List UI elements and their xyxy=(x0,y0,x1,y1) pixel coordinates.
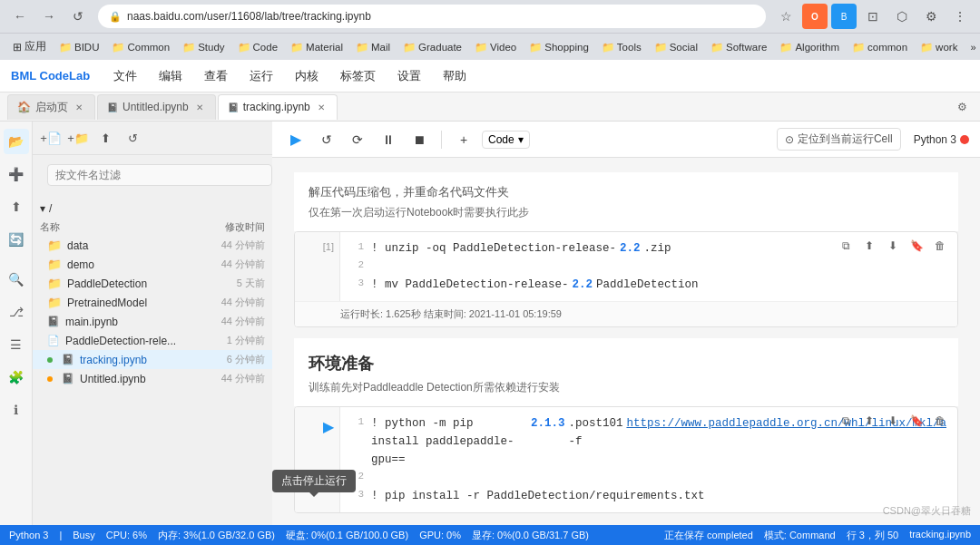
file-icon: 📓 xyxy=(62,373,74,384)
sidebar-icon-ext[interactable]: 🧩 xyxy=(4,365,29,390)
bookmark-btn-2[interactable]: 🔖 xyxy=(906,411,926,431)
sidebar-icon-refresh[interactable]: 🔄 xyxy=(4,227,29,252)
copy-btn[interactable]: ⧉ xyxy=(836,236,856,256)
menu-button[interactable]: ⋮ xyxy=(947,4,973,29)
bookmark-video[interactable]: 📁 Video xyxy=(469,39,522,55)
bookmark-code[interactable]: 📁 Code xyxy=(232,39,284,55)
upload-btn[interactable]: ⬆ xyxy=(94,127,116,149)
tree-item-untitled[interactable]: 📓 Untitled.ipynb 44 分钟前 xyxy=(33,369,272,388)
bookmark-label: Common xyxy=(127,42,170,53)
bookmark-software[interactable]: 📁 Software xyxy=(705,39,772,55)
delete-btn-2[interactable]: 🗑 xyxy=(930,411,950,431)
add-above-btn[interactable]: ⬆ xyxy=(859,236,879,256)
extension-btn-1[interactable]: O xyxy=(802,4,828,29)
search-input[interactable] xyxy=(47,164,272,186)
bookmark-material[interactable]: 📁 Material xyxy=(285,39,348,55)
tab-untitled[interactable]: 📓 Untitled.ipynb ✕ xyxy=(97,94,216,120)
menu-settings[interactable]: 设置 xyxy=(388,64,430,88)
add-cell-button[interactable]: + xyxy=(451,127,476,152)
tab-label: tracking.ipynb xyxy=(243,101,310,113)
extension-btn-5[interactable]: ⚙ xyxy=(918,4,944,29)
bookmark-label: Material xyxy=(306,42,343,53)
menu-edit[interactable]: 编辑 xyxy=(150,64,191,88)
watermark: CSDN@翠火日吞糖 xyxy=(883,504,971,518)
restart-button[interactable]: ↺ xyxy=(314,127,339,152)
nav-forward-button[interactable]: → xyxy=(36,4,62,29)
status-memory: 内存: 3%(1.0 GB/32.0 GB) xyxy=(158,529,275,542)
sidebar-icon-table[interactable]: ☰ xyxy=(4,332,29,357)
bookmark-social[interactable]: 📁 Social xyxy=(649,39,703,55)
pause-button[interactable]: ⏸ xyxy=(376,127,401,152)
item-time: 6 分钟前 xyxy=(227,353,265,366)
bookmark-more[interactable]: » xyxy=(965,40,980,54)
nav-refresh-button[interactable]: ↺ xyxy=(65,4,91,29)
address-bar[interactable]: 🔒 naas.baidu.com/user/11608/lab/tree/tra… xyxy=(98,5,766,28)
menu-kernel[interactable]: 内核 xyxy=(286,64,328,88)
col-headers: 名称 修改时间 xyxy=(33,219,272,236)
menu-bar: BML CodeLab 文件 编辑 查看 运行 内核 标签页 设置 帮助 xyxy=(0,60,980,92)
delete-btn[interactable]: 🗑 xyxy=(930,236,950,256)
close-icon[interactable]: ✕ xyxy=(315,101,328,113)
star-button[interactable]: ☆ xyxy=(773,4,799,29)
run-cell-btn[interactable]: ▶ xyxy=(300,414,334,435)
copy-btn-2[interactable]: ⧉ xyxy=(836,411,856,431)
menu-tabs[interactable]: 标签页 xyxy=(331,64,385,88)
tree-item-tracking[interactable]: 📓 tracking.ipynb 6 分钟前 xyxy=(33,350,272,369)
menu-file[interactable]: 文件 xyxy=(104,64,146,88)
locate-cell-button[interactable]: ⊙ 定位到当前运行Cell xyxy=(777,128,901,151)
cell-type-select[interactable]: Code ▾ xyxy=(482,131,530,149)
nav-back-button[interactable]: ← xyxy=(7,4,33,29)
bookmark-apps[interactable]: ⊞ 应用 xyxy=(7,38,52,55)
extension-btn-4[interactable]: ⬡ xyxy=(889,4,915,29)
bookmark-tools[interactable]: 📁 Tools xyxy=(596,39,647,55)
new-folder-btn[interactable]: +📁 xyxy=(67,127,89,149)
close-icon[interactable]: ✕ xyxy=(73,101,85,113)
extension-btn-2[interactable]: B xyxy=(831,4,857,29)
url-text: naas.baidu.com/user/11608/lab/tree/track… xyxy=(127,10,371,23)
tree-item-pretrained[interactable]: 📁 PretrainedModel 44 分钟前 xyxy=(33,293,272,312)
bookmark-mail[interactable]: 📁 Mail xyxy=(350,39,396,55)
sidebar-icon-new[interactable]: ➕ xyxy=(4,161,29,187)
bookmark-work[interactable]: 📁 work xyxy=(915,39,963,55)
bookmark-common[interactable]: 📁 Common xyxy=(106,39,175,55)
refresh-btn[interactable]: ↺ xyxy=(122,127,143,149)
code-cell-2[interactable]: ▶ 1 ! python -m pip install paddlepaddle… xyxy=(294,406,958,513)
stop-button[interactable]: ⏹ xyxy=(407,127,432,152)
tree-item-data[interactable]: 📁 data 44 分钟前 xyxy=(33,236,272,255)
bookmark-algorithm[interactable]: 📁 Algorithm xyxy=(774,39,845,55)
tree-item-demo[interactable]: 📁 demo 44 分钟前 xyxy=(33,255,272,274)
new-file-btn[interactable]: +📄 xyxy=(40,127,62,149)
menu-help[interactable]: 帮助 xyxy=(434,64,475,88)
bookmark-btn[interactable]: 🔖 xyxy=(906,236,926,256)
run-button[interactable]: ▶ xyxy=(283,127,309,152)
settings-panel-btn[interactable]: ⚙ xyxy=(951,96,973,118)
bookmark-study[interactable]: 📁 Study xyxy=(177,39,230,55)
tab-tracking[interactable]: 📓 tracking.ipynb ✕ xyxy=(218,94,338,120)
bookmark-common2[interactable]: 📁 common xyxy=(847,39,913,55)
bookmark-shopping[interactable]: 📁 Shopping xyxy=(524,39,594,55)
refresh-button[interactable]: ⟳ xyxy=(345,127,370,152)
sidebar-icon-git[interactable]: ⎇ xyxy=(4,299,29,325)
sidebar-icon-upload[interactable]: ⬆ xyxy=(4,194,29,219)
code-cell-1[interactable]: [1] 1 ! unzip -oq PaddleDetection-releas… xyxy=(294,231,958,327)
sidebar-icon-info[interactable]: ℹ xyxy=(4,397,29,423)
tree-item-main[interactable]: 📓 main.ipynb 44 分钟前 xyxy=(33,312,272,331)
bookmark-graduate[interactable]: 📁 Graduate xyxy=(397,39,467,55)
tree-item-release[interactable]: 📄 PaddleDetection-rele... 1 分钟前 xyxy=(33,331,272,350)
folder-icon: 📁 xyxy=(47,258,62,271)
close-icon[interactable]: ✕ xyxy=(193,101,206,113)
menu-view[interactable]: 查看 xyxy=(195,64,237,88)
tree-item-paddle-detection[interactable]: 📁 PaddleDetection 5 天前 xyxy=(33,274,272,293)
tab-launcher[interactable]: 🏠 启动页 ✕ xyxy=(7,94,95,120)
bookmark-bidu[interactable]: 📁 BIDU xyxy=(54,39,104,55)
menu-run[interactable]: 运行 xyxy=(240,64,282,88)
bookmark-label: Study xyxy=(198,42,224,53)
add-above-btn-2[interactable]: ⬆ xyxy=(859,411,879,431)
sidebar-icon-files[interactable]: 📂 xyxy=(4,129,29,154)
extension-btn-3[interactable]: ⊡ xyxy=(860,4,886,29)
item-time: 44 分钟前 xyxy=(221,296,265,309)
add-below-btn[interactable]: ⬇ xyxy=(883,236,903,256)
status-mode: 模式: Command xyxy=(764,529,836,542)
add-below-btn-2[interactable]: ⬇ xyxy=(883,411,903,431)
sidebar-icon-search[interactable]: 🔍 xyxy=(4,267,29,292)
